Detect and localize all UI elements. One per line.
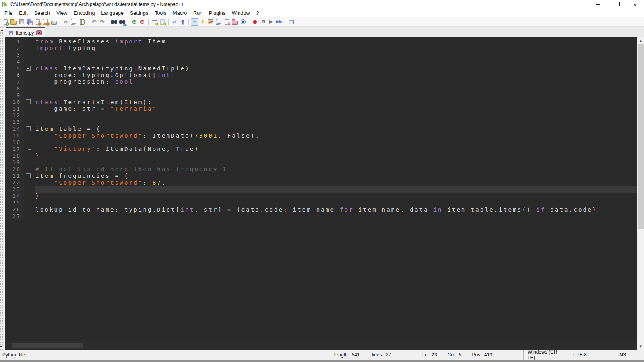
print-icon[interactable] [50, 18, 58, 26]
code-text[interactable]: "Copper Shortsword": 87, [35, 179, 637, 186]
dock-grip[interactable]: ◄ ► [0, 27, 5, 350]
code-text[interactable]: class ItemData(typing.NamedTuple): [35, 65, 637, 72]
vertical-scrollbar-track[interactable] [637, 44, 644, 343]
fold-marker[interactable] [24, 125, 35, 132]
fold-marker[interactable] [24, 99, 35, 105]
code-text[interactable]: item_frequencies = { [35, 173, 637, 179]
find-icon[interactable] [110, 18, 118, 26]
code-text[interactable]: game: str = "Terraria" [35, 105, 637, 112]
menu-search[interactable]: Search [31, 9, 54, 17]
code-text[interactable]: # If not listed here then has frequency … [35, 166, 637, 173]
close-all-icon[interactable]: − [42, 18, 50, 26]
sync-horizontal-icon[interactable] [159, 18, 166, 26]
sync-vertical-icon[interactable] [151, 18, 158, 26]
paste-icon[interactable] [78, 18, 86, 26]
indent-guide-icon[interactable]: ≡ [191, 18, 198, 26]
code-text[interactable]: lookup_id_to_name: typing.Dict[int, str]… [35, 206, 637, 213]
code-text[interactable] [35, 51, 637, 58]
horizontal-scrollbar[interactable] [5, 341, 637, 350]
macro-record-icon[interactable] [251, 18, 259, 26]
code-text[interactable] [35, 213, 637, 220]
code-text[interactable]: } [35, 193, 637, 200]
restore-button[interactable] [607, 0, 625, 9]
menu-window[interactable]: Window [229, 9, 253, 17]
redo-icon[interactable]: ↷ [98, 18, 106, 26]
menu-view[interactable]: View [53, 9, 70, 17]
macro-play-icon[interactable] [267, 18, 275, 26]
edit-doc-icon[interactable]: ✎ [223, 18, 231, 26]
fold-marker[interactable] [24, 173, 35, 179]
code-text[interactable]: class TerrariaItem(Item): [35, 99, 637, 105]
dock-arrow-left-icon[interactable]: ◄ [0, 29, 3, 32]
close-icon[interactable]: − [34, 18, 41, 26]
minimize-button[interactable] [588, 0, 607, 9]
code-text[interactable] [35, 159, 637, 166]
vertical-scrollbar-thumb[interactable] [638, 44, 644, 229]
code-text[interactable]: from BaseClasses import Item [35, 38, 637, 45]
new-file-icon[interactable]: + [2, 18, 9, 26]
code-token: item_name, data [354, 206, 433, 213]
code-text[interactable] [35, 112, 637, 119]
zoom-in-icon[interactable]: ⊕ [130, 18, 138, 26]
code-token: 87 [153, 179, 162, 186]
scroll-down-icon[interactable]: ▼ [637, 343, 644, 350]
tab-items-py[interactable]: Items.py ✕ [6, 27, 45, 37]
dock-arrow-right-icon[interactable]: ► [0, 345, 3, 348]
menu-encoding[interactable]: Encoding [70, 9, 98, 17]
close-button[interactable]: × [625, 0, 644, 9]
code-text[interactable]: item_table = { [35, 125, 637, 132]
menu-macro[interactable]: Macro [169, 9, 190, 17]
menu-file[interactable]: File [1, 9, 16, 17]
status-eol-format[interactable]: Windows (CR LF) [523, 350, 569, 360]
code-text[interactable] [35, 139, 637, 146]
macro-save-icon[interactable] [287, 18, 295, 26]
menu-edit[interactable]: Edit [16, 9, 31, 17]
folder-as-workspace-icon[interactable] [231, 18, 239, 26]
copy-icon[interactable] [70, 18, 78, 26]
code-text[interactable]: import typing [35, 45, 637, 52]
menu-tools[interactable]: Tools [151, 9, 169, 17]
code-text-current-line[interactable] [35, 186, 637, 193]
save-all-icon[interactable] [26, 18, 33, 26]
function-list-icon[interactable] [199, 18, 206, 26]
code-text[interactable]: code: typing.Optional[int] [35, 72, 637, 78]
code-text[interactable]: progression: bool [35, 78, 637, 85]
editor-row: 1from BaseClasses import Item2import typ… [5, 37, 644, 350]
menu-run[interactable]: Run [190, 9, 206, 17]
code-text[interactable] [35, 200, 637, 206]
code-text[interactable]: "Victory": ItemData(None, True) [35, 146, 637, 152]
show-all-characters-icon[interactable]: ¶ [179, 18, 186, 26]
document-map-icon[interactable] [207, 18, 215, 26]
code-text[interactable] [35, 92, 637, 99]
code-text[interactable] [35, 85, 637, 92]
monitoring-icon[interactable] [239, 18, 247, 26]
code-text[interactable] [35, 119, 637, 125]
vertical-scrollbar[interactable]: ▲ ▼ [637, 37, 644, 350]
tab-close-icon[interactable]: ✕ [36, 30, 42, 35]
code-area[interactable]: 1from BaseClasses import Item2import typ… [5, 37, 637, 350]
status-insert-mode[interactable]: INS [614, 350, 644, 360]
save-icon[interactable] [18, 18, 25, 26]
code-text[interactable]: } [35, 152, 637, 159]
open-icon[interactable] [10, 18, 17, 26]
cut-icon[interactable]: ✂ [62, 18, 70, 26]
zoom-out-icon[interactable]: ⊖ [138, 18, 146, 26]
code-text[interactable]: "Copper Shortsword": ItemData(73001, Fal… [35, 132, 637, 139]
document-list-icon[interactable] [215, 18, 223, 26]
undo-icon[interactable]: ↶ [90, 18, 98, 26]
horizontal-scrollbar-thumb[interactable] [12, 343, 83, 348]
scroll-up-icon[interactable]: ▲ [637, 37, 644, 44]
status-encoding[interactable]: UTF-8 [569, 350, 614, 360]
menu-language[interactable]: Language [98, 9, 127, 17]
menu-help[interactable]: ? [253, 9, 262, 17]
menu-plugins[interactable]: Plugins [206, 9, 229, 17]
macro-stop-icon[interactable] [259, 18, 267, 26]
code-token: : [143, 179, 152, 186]
macro-run-multiple-icon[interactable] [275, 18, 283, 26]
replace-icon[interactable]: ab [118, 18, 126, 26]
fold-marker[interactable] [24, 65, 35, 72]
code-text[interactable] [35, 58, 637, 65]
line-number: 18 [5, 152, 24, 159]
menu-settings[interactable]: Settings [127, 9, 151, 17]
word-wrap-icon[interactable]: ↵ [171, 18, 178, 26]
